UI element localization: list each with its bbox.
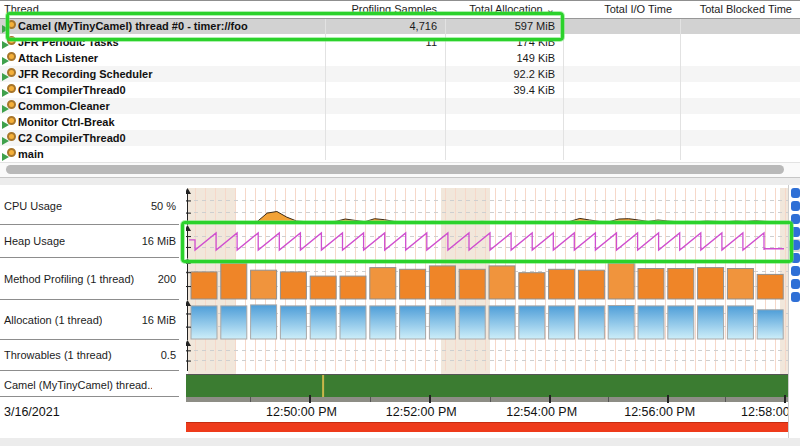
thread-icon — [2, 84, 16, 96]
legend-icon[interactable] — [791, 201, 800, 211]
lane-axis-tick: 0.5 — [161, 349, 179, 361]
cell-value — [680, 82, 792, 98]
scrollbar-thumb[interactable] — [6, 165, 784, 174]
time-label: 12:56:00 PM — [624, 405, 695, 419]
legend-icon[interactable] — [791, 292, 800, 302]
cell-value — [563, 50, 672, 66]
column-header-profiling-samples[interactable]: Profiling Samples — [325, 1, 437, 17]
column-header-total-allocation[interactable]: Total Allocation ⌄ — [445, 1, 555, 17]
cell-value — [563, 98, 672, 114]
cell-value — [445, 98, 555, 114]
date-label: 3/16/2021 — [4, 405, 60, 419]
lane-label-row[interactable]: Heap Usage16 MiB — [0, 225, 179, 258]
legend-icon[interactable] — [791, 227, 800, 237]
chart-row-method-profiling[interactable] — [186, 258, 788, 300]
time-label: 12:54:00 PM — [506, 405, 577, 419]
column-separator — [325, 0, 326, 160]
table-header: ThreadProfiling SamplesTotal Allocation … — [0, 0, 800, 19]
chart-row-thread-lifeline[interactable] — [186, 374, 788, 398]
time-labels-row: 3/16/2021 12:50:00 PM12:52:00 PM12:54:00… — [0, 403, 800, 421]
cell-value — [445, 146, 555, 162]
axis-tick-major — [784, 395, 786, 403]
cell-value — [680, 114, 792, 130]
column-header-total-i-o-time[interactable]: Total I/O Time — [563, 1, 672, 17]
cell-value — [680, 146, 792, 162]
time-axis — [186, 397, 788, 402]
cell-value — [325, 66, 437, 82]
cell-value — [325, 146, 437, 162]
column-header-total-blocked-time[interactable]: Total Blocked Time — [680, 1, 792, 17]
cell-value — [680, 18, 792, 34]
thread-name: Common-Cleaner — [18, 98, 325, 114]
legend-icon[interactable] — [791, 266, 800, 276]
cell-value — [563, 130, 672, 146]
thread-icon — [2, 68, 16, 80]
chart-row-cpu-usage[interactable] — [186, 188, 788, 225]
lane-axis-tick: 16 MiB — [142, 235, 179, 247]
lane-label-row[interactable]: Throwables (1 thread)0.5 — [0, 340, 179, 371]
cell-value: 11 — [325, 34, 437, 50]
cell-value: 149 KiB — [445, 50, 555, 66]
thread-icon — [2, 132, 16, 144]
time-label: 12:52:00 PM — [386, 405, 457, 419]
column-separator — [680, 0, 681, 160]
lane-label-row[interactable]: CPU Usage50 % — [0, 188, 179, 225]
column-separator — [563, 0, 564, 160]
thread-icon — [2, 116, 16, 128]
cell-value: 92.2 KiB — [445, 66, 555, 82]
chart-row-heap-usage[interactable] — [186, 225, 788, 258]
cell-value — [680, 66, 792, 82]
timeline-panel: CPU Usage50 %Heap Usage16 MiBMethod Prof… — [0, 185, 800, 438]
axis-tick-major — [429, 395, 431, 403]
column-header-thread[interactable]: Thread — [4, 1, 321, 17]
axis-tick-major — [549, 395, 551, 403]
legend-icon[interactable] — [791, 253, 800, 263]
lane-label-row[interactable]: Allocation (1 thread)16 MiB — [0, 300, 179, 340]
cell-value — [563, 34, 672, 50]
thread-icon — [2, 52, 16, 64]
cell-value — [445, 130, 555, 146]
thread-name: main — [18, 146, 325, 162]
horizontal-scrollbar[interactable] — [0, 162, 800, 177]
cell-value — [680, 98, 792, 114]
lane-name: Throwables (1 thread) — [0, 349, 112, 361]
thread-name: Camel (MyTinyCamel) thread #0 - timer://… — [18, 18, 325, 34]
thread-table-panel: ThreadProfiling SamplesTotal Allocation … — [0, 0, 800, 178]
axis-tick-minor — [725, 397, 726, 402]
chart-row-allocation[interactable] — [186, 300, 788, 340]
lane-label-row[interactable]: Camel (MyTinyCamel) thread... — [0, 374, 179, 397]
chart-row-throwables[interactable] — [186, 340, 788, 371]
lane-name: Allocation (1 thread) — [0, 314, 102, 326]
legend-icon[interactable] — [791, 188, 800, 198]
legend-icon[interactable] — [791, 214, 800, 224]
cell-value — [325, 114, 437, 130]
legend-icon[interactable] — [791, 279, 800, 289]
thread-name: Monitor Ctrl-Break — [18, 114, 325, 130]
cell-value — [680, 130, 792, 146]
timeline-charts[interactable] — [186, 188, 788, 402]
cell-value — [680, 50, 792, 66]
cell-value — [325, 50, 437, 66]
thread-name: JFR Periodic Tasks — [18, 34, 325, 50]
lane-axis-tick: 16 MiB — [142, 314, 179, 326]
column-separator — [445, 0, 446, 160]
thread-icon — [2, 20, 16, 32]
lane-name: Method Profiling (1 thread) — [0, 273, 134, 285]
thread-name: C2 CompilerThread0 — [18, 130, 325, 146]
event-marker — [322, 375, 324, 398]
cell-value — [563, 18, 672, 34]
lane-label-row[interactable]: Method Profiling (1 thread)200 — [0, 258, 179, 300]
thread-icon — [2, 100, 16, 112]
legend-icon[interactable] — [791, 240, 800, 250]
axis-tick-minor — [608, 397, 609, 402]
thread-icon — [2, 36, 16, 48]
thread-icon — [2, 148, 16, 160]
axis-tick-minor — [370, 397, 371, 402]
lane-axis-tick: 200 — [158, 273, 179, 285]
thread-name: JFR Recording Scheduler — [18, 66, 325, 82]
cell-value — [680, 34, 792, 50]
range-selector-bar[interactable] — [186, 422, 788, 432]
cell-value — [563, 82, 672, 98]
legend-strip — [788, 185, 800, 438]
cell-value — [325, 130, 437, 146]
